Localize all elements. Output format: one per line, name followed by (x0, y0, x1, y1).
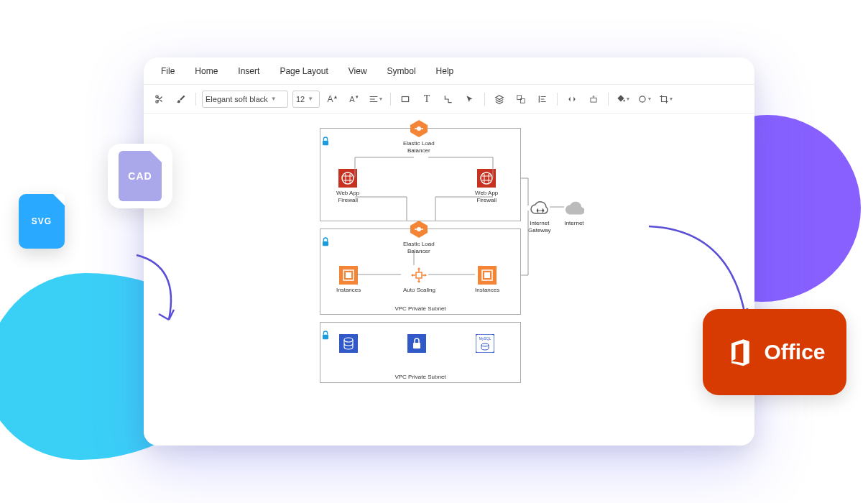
svg-rect-26 (413, 343, 420, 349)
lock-icon (320, 236, 331, 248)
db-node-1[interactable] (338, 333, 359, 354)
increase-font-button[interactable]: A▲ (324, 91, 341, 108)
menu-view[interactable]: View (340, 63, 376, 79)
node-label: Web App Firewall (336, 190, 359, 203)
align-objects-button[interactable] (534, 91, 551, 108)
svg-point-7 (417, 126, 421, 131)
group-label: VPC Private Subnet (394, 305, 445, 312)
rotate-icon (588, 94, 599, 104)
font-family-dropdown[interactable]: Elegant soft black▼ (202, 91, 288, 108)
waf-icon (338, 169, 357, 188)
svg-rect-23 (339, 334, 358, 353)
waf-icon (477, 169, 496, 188)
svg-point-29 (481, 343, 489, 346)
internet-node[interactable]: Internet (564, 198, 584, 227)
align-button[interactable]: ▼ (367, 91, 384, 108)
cloud-gateway-icon (530, 200, 550, 216)
rectangle-icon (400, 94, 410, 104)
node-label: Instances (336, 287, 361, 294)
mysql-node[interactable]: MySQL (475, 333, 495, 354)
pointer-tool[interactable] (461, 91, 479, 108)
text-icon: T (424, 93, 430, 105)
waf-node-2[interactable]: Web App Firewall (475, 168, 498, 203)
decrease-font-button[interactable]: A▼ (346, 91, 363, 108)
office-badge: Office (703, 309, 846, 395)
node-label: Web App Firewall (475, 190, 498, 203)
ec2-icon (339, 266, 358, 285)
align-icon (369, 94, 379, 104)
font-family-value: Elegant soft black (206, 95, 268, 103)
font-decrease-icon: A▼ (349, 95, 359, 103)
svg-badge-label: SVG (32, 216, 52, 226)
toolbar-separator (484, 93, 485, 106)
cad-file-badge: CAD (108, 144, 172, 208)
svg-rect-10 (477, 169, 496, 188)
brush-icon (176, 94, 186, 104)
flip-icon (567, 94, 577, 104)
format-painter-button[interactable] (172, 91, 190, 108)
db-lock-icon (407, 334, 426, 353)
menu-help[interactable]: Help (428, 63, 463, 79)
svg-point-4 (639, 96, 645, 101)
autoscaling-node[interactable]: Auto Scaling (403, 265, 435, 294)
cut-button[interactable] (151, 91, 168, 108)
elb-icon (409, 119, 429, 139)
group-icon (516, 94, 526, 104)
instances-node-1[interactable]: Instances (336, 265, 361, 294)
diagram-group-1[interactable]: Elastic Load Balancer Web App Firewall W… (320, 128, 521, 221)
elb-node-2[interactable]: Elastic Load Balancer (403, 219, 435, 254)
diagram: Elastic Load Balancer Web App Firewall W… (313, 128, 586, 401)
toolbar: Elegant soft black▼ 12▼ A▲ A▼ ▼ T ▼ ▼ ▼ (144, 85, 754, 114)
lock-icon (320, 330, 331, 341)
menu-file[interactable]: File (152, 63, 183, 79)
fill-icon (616, 94, 626, 104)
layers-button[interactable] (491, 91, 508, 108)
crop-icon (659, 94, 669, 104)
svg-rect-0 (402, 96, 408, 101)
node-label: Elastic Load Balancer (403, 140, 435, 154)
menu-home[interactable]: Home (186, 63, 226, 79)
text-tool[interactable]: T (418, 91, 435, 108)
menu-insert[interactable]: Insert (229, 63, 268, 79)
node-label: Internet Gateway (528, 220, 551, 234)
instances-node-2[interactable]: Instances (475, 265, 499, 294)
diagram-group-2[interactable]: Elastic Load Balancer Instances Auto Sca… (320, 229, 521, 315)
font-increase-icon: A▲ (328, 94, 338, 104)
crop-button[interactable]: ▼ (657, 91, 675, 108)
toolbar-separator (557, 93, 558, 106)
autoscaling-icon (410, 266, 428, 285)
connector-tool[interactable] (440, 91, 457, 108)
font-size-dropdown[interactable]: 12▼ (292, 91, 320, 108)
toolbar-separator (390, 93, 391, 106)
menu-page-layout[interactable]: Page Layout (271, 63, 336, 79)
svg-file-badge: SVG (19, 194, 65, 249)
waf-node-1[interactable]: Web App Firewall (336, 168, 359, 203)
rotate-button[interactable] (585, 91, 602, 108)
shape-outline-button[interactable]: ▼ (636, 91, 653, 108)
pointer-icon (465, 94, 475, 104)
rectangle-tool[interactable] (397, 91, 414, 108)
toolbar-separator (608, 93, 609, 106)
elb-node-1[interactable]: Elastic Load Balancer (403, 119, 435, 154)
node-label: Internet (564, 220, 583, 227)
db-node-2[interactable] (407, 333, 427, 354)
svg-rect-8 (338, 169, 357, 188)
svg-rect-3 (591, 98, 596, 102)
arrow-in-icon (129, 251, 216, 331)
office-badge-label: Office (764, 340, 825, 364)
node-label: Auto Scaling (403, 287, 435, 294)
fill-color-button[interactable]: ▼ (614, 91, 632, 108)
menubar: File Home Insert Page Layout View Symbol… (144, 57, 754, 85)
svg-rect-17 (346, 272, 351, 278)
node-label: Elastic Load Balancer (403, 241, 435, 254)
toolbar-separator (195, 93, 196, 106)
flip-button[interactable] (563, 91, 581, 108)
group-button[interactable] (512, 91, 530, 108)
svg-point-14 (417, 227, 421, 231)
internet-gateway-node[interactable]: Internet Gateway (528, 198, 551, 234)
diagram-group-3[interactable]: MySQL VPC Private Subnet (320, 322, 521, 383)
menu-symbol[interactable]: Symbol (379, 63, 425, 79)
mysql-icon: MySQL (476, 334, 494, 353)
svg-rect-22 (323, 335, 328, 340)
cad-badge-label: CAD (128, 170, 152, 182)
